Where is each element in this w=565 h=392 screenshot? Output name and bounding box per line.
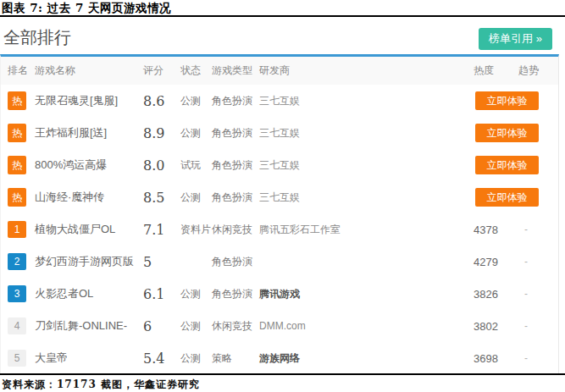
developer-label: 三七互娱 <box>259 190 474 205</box>
game-type-label: 休闲竞技 <box>212 319 259 334</box>
table-header: 排名 游戏名称 评分 状态 游戏类型 研发商 热度 趋势 <box>1 57 558 85</box>
rank-badge: 热 <box>8 124 26 142</box>
game-name-link[interactable]: 火影忍者OL <box>35 286 143 301</box>
table-row: 热 800%鸿运高爆 8.0 试玩 角色扮演 三七互娱 立即体验 <box>1 149 558 181</box>
table-row: 5 大皇帝 5.4 公测 策略 游族网络 3698 - <box>1 342 558 374</box>
rating-value: 6 <box>143 318 180 334</box>
cite-ranking-button[interactable]: 榜单引用 » <box>479 28 552 50</box>
source-rule <box>0 373 565 375</box>
rating-value: 5 <box>143 254 180 270</box>
game-type-label: 角色扮演 <box>212 158 259 173</box>
column-header-type: 游戏类型 <box>212 63 259 78</box>
developer-label: 腾讯游戏 <box>259 287 474 301</box>
ranking-heading: 全部排行 <box>3 26 71 49</box>
game-type-label: 休闲竞技 <box>212 223 259 237</box>
status-label: 公测 <box>180 190 212 205</box>
column-header-heat: 热度 <box>474 63 518 78</box>
column-header-developer: 研发商 <box>259 63 474 78</box>
status-label: 公测 <box>180 287 212 301</box>
play-now-button[interactable]: 立即体验 <box>475 91 539 110</box>
game-type-label: 角色扮演 <box>212 126 259 141</box>
developer-label: 游族网络 <box>259 351 474 366</box>
game-name-link[interactable]: 刀剑乱舞-ONLINE- <box>35 318 143 334</box>
rating-value: 8.9 <box>143 125 180 141</box>
play-now-button[interactable]: 立即体验 <box>475 188 539 207</box>
ranking-table: 排名 游戏名称 评分 状态 游戏类型 研发商 热度 趋势 热 无限召魂灵[鬼服]… <box>0 54 559 374</box>
game-name-link[interactable]: 无限召魂灵[鬼服] <box>35 93 143 108</box>
rating-value: 6.1 <box>143 286 180 302</box>
developer-label: 三七互娱 <box>259 94 474 108</box>
heat-value: 4378 <box>474 224 518 236</box>
play-now-button[interactable]: 立即体验 <box>475 124 539 142</box>
rank-badge: 热 <box>8 188 26 207</box>
trend-value: - <box>518 224 551 235</box>
game-name-link[interactable]: 王炸福利服[送] <box>35 125 143 141</box>
status-label: 公测 <box>180 94 212 108</box>
game-type-label: 策略 <box>212 351 259 366</box>
figure-title: 图表 7: 过去 7 天网页游戏情况 <box>2 1 171 16</box>
developer-label: DMM.com <box>259 320 474 332</box>
game-type-label: 角色扮演 <box>212 287 259 301</box>
game-name-link[interactable]: 梦幻西游手游网页版 <box>35 254 143 269</box>
heat-value: 立即体验 <box>474 91 551 110</box>
status-label: 资料片 <box>180 223 212 237</box>
table-body: 热 无限召魂灵[鬼服] 8.6 公测 角色扮演 三七互娱 立即体验 热 王炸福利… <box>1 85 558 374</box>
rank-badge: 3 <box>8 285 26 302</box>
rank-badge: 热 <box>8 91 26 110</box>
heat-value: 3698 <box>474 352 518 365</box>
heat-value: 3802 <box>474 320 518 333</box>
trend-value: - <box>518 256 551 268</box>
title-rule <box>0 15 565 17</box>
table-row: 热 无限召魂灵[鬼服] 8.6 公测 角色扮演 三七互娱 立即体验 <box>1 85 558 117</box>
table-row: 热 王炸福利服[送] 8.9 公测 角色扮演 三七互娱 立即体验 <box>1 117 558 149</box>
table-row: 3 火影忍者OL 6.1 公测 角色扮演 腾讯游戏 3826 - <box>1 278 558 310</box>
table-row: 1 植物大战僵尸OL 7.1 资料片 休闲竞技 腾讯五彩石工作室 4378 - <box>1 213 558 246</box>
heat-value: 立即体验 <box>474 188 551 207</box>
column-header-status: 状态 <box>180 63 212 78</box>
game-name-link[interactable]: 山海经·魔神传 <box>35 190 143 205</box>
table-row: 热 山海经·魔神传 8.5 公测 角色扮演 三七互娱 立即体验 <box>1 181 558 213</box>
heat-value: 3826 <box>474 288 518 301</box>
rank-badge: 4 <box>8 317 26 334</box>
table-row: 2 梦幻西游手游网页版 5 角色扮演 4279 - <box>1 246 558 278</box>
column-header-rating: 评分 <box>143 63 180 78</box>
rank-badge: 1 <box>8 221 26 238</box>
rank-badge: 热 <box>8 156 26 174</box>
column-header-trend: 趋势 <box>518 63 551 78</box>
rating-value: 8.5 <box>143 190 180 206</box>
game-type-label: 角色扮演 <box>212 94 259 108</box>
status-label: 公测 <box>180 126 212 141</box>
trend-value: - <box>518 288 551 300</box>
column-header-name: 游戏名称 <box>35 63 143 78</box>
game-name-link[interactable]: 800%鸿运高爆 <box>35 157 143 173</box>
rating-value: 7.1 <box>143 222 180 238</box>
heat-value: 4279 <box>474 256 518 268</box>
play-now-button[interactable]: 立即体验 <box>475 156 539 174</box>
heat-value: 立即体验 <box>474 156 551 174</box>
rank-badge: 2 <box>8 253 26 270</box>
status-label: 试玩 <box>180 158 212 173</box>
column-header-rank: 排名 <box>8 63 35 78</box>
developer-label: 腾讯五彩石工作室 <box>259 223 474 237</box>
game-name-link[interactable]: 大皇帝 <box>35 351 143 366</box>
rating-value: 5.4 <box>143 351 180 367</box>
game-type-label: 角色扮演 <box>212 190 259 205</box>
status-label: 公测 <box>180 351 212 366</box>
rating-value: 8.0 <box>143 157 180 174</box>
developer-label: 三七互娱 <box>259 126 474 141</box>
status-label: 公测 <box>180 319 212 334</box>
game-type-label: 角色扮演 <box>212 255 259 269</box>
trend-value: - <box>518 320 551 332</box>
developer-label: 三七互娱 <box>259 158 474 173</box>
table-row: 4 刀剑乱舞-ONLINE- 6 公测 休闲竞技 DMM.com 3802 - <box>1 310 558 342</box>
rank-badge: 5 <box>8 350 26 367</box>
source-note: 资料来源：17173 截图，华鑫证券研究 <box>2 378 200 392</box>
rating-value: 8.6 <box>143 93 180 109</box>
heat-value: 立即体验 <box>474 124 551 142</box>
game-name-link[interactable]: 植物大战僵尸OL <box>35 222 143 237</box>
trend-value: - <box>518 352 551 364</box>
